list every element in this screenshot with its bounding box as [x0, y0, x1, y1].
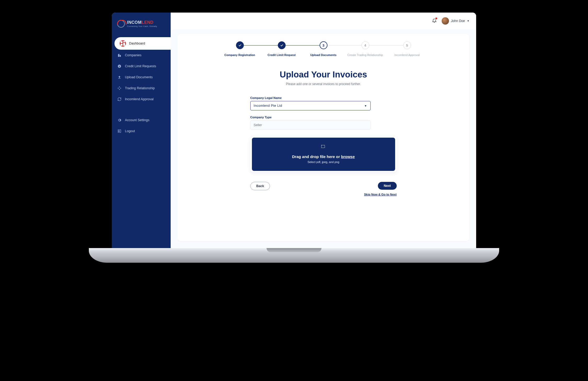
brand-mark-icon [117, 20, 125, 28]
brand-name-b: LEND [142, 20, 154, 25]
sidebar-item-label: Account Settings [125, 118, 149, 122]
gear-icon [117, 118, 122, 122]
brand-logo: INCOMLEND Connecting Your Cash, Globally [112, 13, 171, 36]
handshake-icon [117, 86, 122, 91]
sidebar-nav: Dashboard Companies $ Credit Limit Reque… [112, 36, 171, 137]
sidebar-item-upload-documents[interactable]: Upload Documents [112, 72, 171, 83]
svg-rect-2 [123, 43, 125, 46]
sidebar-item-label: Trading Relationship [125, 86, 155, 90]
step-number: 3 [320, 41, 327, 49]
sidebar-item-label: Dashboard [129, 42, 145, 45]
company-legal-name-label: Company Legal Name [250, 96, 371, 99]
svg-rect-3 [120, 44, 123, 46]
sidebar-item-incomlend-approval[interactable]: Incomlend Approval [112, 94, 171, 105]
sidebar-item-label: Credit Limit Requests [125, 64, 156, 68]
notification-dot-icon [435, 17, 438, 20]
sidebar-item-label: Upload Documents [125, 75, 153, 79]
back-button[interactable]: Back [250, 182, 270, 190]
svg-text:$: $ [119, 65, 120, 68]
laptop-base [89, 248, 499, 263]
logout-icon [117, 129, 122, 133]
step-create-trading-relationship[interactable]: 4 Create Trading Relationship [344, 41, 386, 57]
next-button[interactable]: Next [378, 182, 396, 190]
page-title: Upload Your Invoices [250, 70, 397, 80]
company-legal-name-value: Incomlend Pte Ltd [254, 104, 282, 108]
dropzone-hint: Select pdf, jpeg, and png [255, 160, 392, 164]
skip-link[interactable]: Skip Now & Go to Next [364, 193, 397, 196]
step-incomlend-approval[interactable]: 5 Incomlend Approval [386, 41, 428, 57]
sidebar-item-label: Logout [125, 129, 135, 133]
sidebar-item-companies[interactable]: Companies [112, 50, 171, 61]
check-icon [278, 41, 286, 49]
chevron-down-icon: ▼ [467, 20, 469, 22]
svg-rect-6 [321, 145, 325, 148]
stepper: Company Registration Credit Limit Reques… [188, 41, 459, 57]
company-type-label: Company Type [250, 116, 371, 119]
step-label: Create Trading Relationship [347, 53, 383, 57]
content-card: Company Registration Credit Limit Reques… [177, 34, 469, 241]
step-label: Company Registration [224, 53, 255, 57]
sidebar-item-logout[interactable]: Logout [112, 126, 171, 137]
dropzone-text: Drag and drop file here or browse [255, 154, 392, 159]
file-cursor-icon [255, 144, 392, 151]
sidebar-item-trading-relationship[interactable]: Trading Relationship [112, 83, 171, 94]
file-dropzone[interactable]: Drag and drop file here or browse Select… [252, 138, 395, 171]
sidebar-item-label: Companies [125, 53, 141, 57]
chevron-down-icon: ▼ [364, 104, 367, 107]
step-company-registration[interactable]: Company Registration [219, 41, 261, 57]
brand-tagline: Connecting Your Cash, Globally [127, 25, 157, 27]
company-type-value: Seller [254, 123, 262, 127]
bell-icon [432, 19, 437, 24]
company-type-field: Seller [250, 120, 371, 130]
building-icon [117, 53, 122, 58]
notifications-button[interactable] [432, 18, 437, 24]
user-menu[interactable]: John Doe ▼ [442, 17, 469, 25]
topbar: John Doe ▼ [171, 13, 476, 29]
svg-rect-0 [120, 41, 123, 43]
sidebar-item-credit-limit[interactable]: $ Credit Limit Requests [112, 61, 171, 72]
dashboard-icon [120, 40, 126, 47]
step-number: 4 [361, 41, 369, 49]
step-label: Incomlend Approval [394, 53, 420, 57]
sidebar-item-label: Incomlend Approval [125, 97, 154, 101]
page-subtitle: Please add one or several invoices to pr… [250, 82, 397, 86]
upload-icon [117, 75, 122, 80]
step-upload-documents[interactable]: 3 Upload Documents [303, 41, 344, 57]
laptop-notch [267, 248, 321, 252]
laptop-frame: INCOMLEND Connecting Your Cash, Globally… [107, 8, 481, 263]
check-icon [236, 41, 244, 49]
form-actions: Back Next Skip Now & Go to Next [250, 182, 397, 196]
refresh-icon [117, 97, 122, 102]
step-number: 5 [403, 41, 411, 49]
brand-name-a: INCOM [127, 20, 142, 25]
step-label: Upload Documents [310, 53, 336, 57]
app-screen: INCOMLEND Connecting Your Cash, Globally… [112, 13, 476, 248]
browse-link[interactable]: browse [341, 154, 355, 159]
dropzone-card: Drag and drop file here or browse Select… [250, 136, 397, 172]
sidebar: INCOMLEND Connecting Your Cash, Globally… [112, 13, 171, 248]
dollar-icon: $ [117, 64, 122, 69]
sidebar-item-dashboard[interactable]: Dashboard [114, 37, 171, 50]
svg-rect-1 [123, 41, 125, 42]
step-label: Credit Limit Request [268, 53, 296, 57]
step-credit-limit-request[interactable]: Credit Limit Request [261, 41, 303, 57]
sidebar-item-account-settings[interactable]: Account Settings [112, 115, 171, 126]
company-legal-name-select[interactable]: Incomlend Pte Ltd ▼ [250, 101, 371, 110]
avatar [442, 17, 449, 25]
upload-form: Upload Your Invoices Please add one or s… [250, 70, 397, 196]
main-area: John Doe ▼ Company [171, 13, 476, 248]
user-name: John Doe [451, 19, 465, 23]
